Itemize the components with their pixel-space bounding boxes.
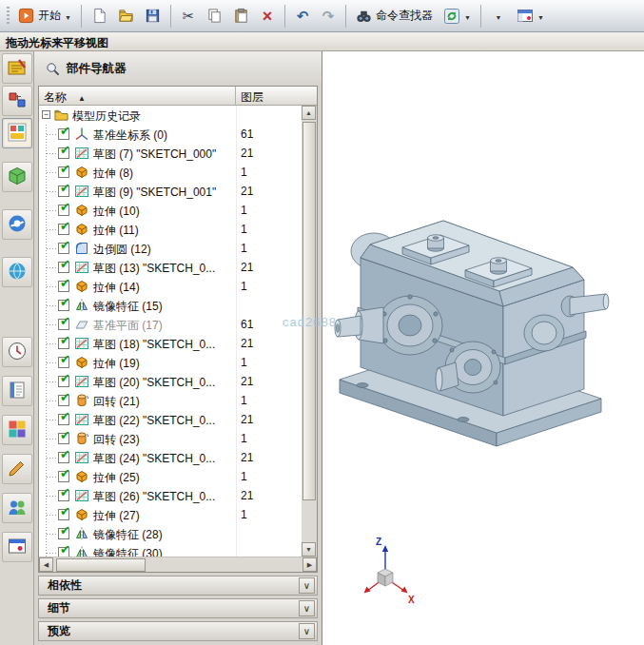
tree-item[interactable]: ✔镜像特征 (28): [39, 524, 302, 543]
toolbar-separator: [345, 5, 346, 28]
visibility-checkbox[interactable]: ✔: [58, 509, 69, 520]
visibility-checkbox[interactable]: ✔: [58, 128, 69, 140]
tree-item[interactable]: ✔草图 (24) "SKETCH_0...21: [39, 448, 302, 467]
tree-item[interactable]: ✔草图 (13) "SKETCH_0...21: [39, 258, 302, 277]
tree-item[interactable]: ✔草图 (26) "SKETCH_0...21: [39, 486, 302, 505]
tree-item[interactable]: ✔拉伸 (27)1: [39, 505, 302, 524]
column-header-name[interactable]: 名称▲: [39, 87, 236, 105]
web-browser-button[interactable]: [2, 257, 32, 287]
horizontal-scrollbar[interactable]: ◀ ▶: [39, 557, 317, 572]
viewport-3d[interactable]: Z X: [322, 51, 644, 645]
start-menu-button[interactable]: 开始: [13, 4, 76, 29]
assembly-navigator-button[interactable]: [2, 53, 32, 84]
visibility-checkbox[interactable]: ✔: [58, 528, 69, 539]
scroll-up-button[interactable]: ▲: [302, 106, 316, 120]
visibility-checkbox[interactable]: ✔: [58, 281, 69, 292]
internet-explorer-button[interactable]: [2, 209, 32, 240]
tree-item[interactable]: ✔镜像特征 (30): [39, 543, 302, 557]
scroll-left-button[interactable]: ◀: [39, 557, 53, 572]
tree-item[interactable]: ✔回转 (23)1: [39, 429, 302, 448]
system-scenes-button[interactable]: [2, 532, 32, 562]
visualization-brush-button[interactable]: [2, 454, 32, 484]
tree-item[interactable]: ✔拉伸 (14)1: [39, 277, 302, 296]
part-navigator-button[interactable]: [2, 118, 32, 148]
tree-item[interactable]: ✔拉伸 (11)1: [39, 220, 302, 239]
vertical-scroll-thumb[interactable]: [302, 122, 316, 500]
visibility-checkbox[interactable]: ✔: [58, 433, 69, 444]
visibility-checkbox[interactable]: ✔: [58, 414, 69, 425]
roles-button[interactable]: [2, 493, 32, 523]
tree-item[interactable]: ✔基准平面 (17)61: [39, 315, 302, 334]
visibility-checkbox[interactable]: ✔: [58, 224, 69, 235]
toolbar-options-button[interactable]: [486, 4, 511, 29]
system-materials-button[interactable]: [2, 376, 32, 406]
open-file-button[interactable]: [113, 4, 139, 29]
main-area: 部件导航器 名称▲ 图层 −模型历史记录✔基准坐标系 (0)61✔草图 (7) …: [0, 51, 644, 645]
column-header-layer[interactable]: 图层: [236, 87, 317, 105]
refresh-icon: [443, 8, 460, 25]
extrude-icon: [74, 469, 89, 484]
tree-item[interactable]: ✔基准坐标系 (0)61: [39, 125, 302, 144]
visibility-checkbox[interactable]: ✔: [58, 357, 69, 368]
tree-item[interactable]: ✔拉伸 (19)1: [39, 353, 302, 372]
new-file-button[interactable]: [87, 4, 112, 29]
tree-item[interactable]: ✔边倒圆 (12)1: [39, 239, 302, 258]
history-button[interactable]: [2, 337, 32, 367]
window-style-button[interactable]: [512, 4, 549, 29]
reuse-library-button[interactable]: [2, 162, 32, 192]
visibility-checkbox[interactable]: ✔: [58, 471, 69, 482]
tree-item[interactable]: ✔拉伸 (25)1: [39, 467, 302, 486]
tree-item[interactable]: ✔回转 (21)1: [39, 391, 302, 410]
toolbar-grip[interactable]: [7, 7, 10, 26]
window-style-icon: [517, 8, 534, 25]
horizontal-scroll-thumb[interactable]: [56, 558, 146, 572]
tree-item[interactable]: ✔草图 (22) "SKETCH_0...21: [39, 410, 302, 429]
visibility-checkbox[interactable]: ✔: [58, 205, 69, 216]
undo-button[interactable]: [290, 4, 315, 29]
visibility-checkbox[interactable]: ✔: [58, 262, 69, 273]
tree-item-root[interactable]: −模型历史记录: [39, 106, 302, 125]
tree-item[interactable]: ✔草图 (9) "SKETCH_001"21: [39, 182, 302, 201]
scroll-down-button[interactable]: ▼: [302, 542, 316, 557]
visibility-checkbox[interactable]: ✔: [58, 319, 69, 330]
visibility-checkbox[interactable]: ✔: [58, 186, 69, 197]
section-preview-bar[interactable]: 预览 ∨: [38, 621, 318, 641]
save-button[interactable]: [140, 4, 166, 29]
save-icon: [145, 8, 161, 24]
chevron-down-icon[interactable]: ∨: [299, 623, 315, 639]
command-finder-button[interactable]: 命令查找器: [351, 4, 438, 29]
expander-minus[interactable]: −: [42, 110, 50, 119]
tree-item[interactable]: ✔拉伸 (10)1: [39, 201, 302, 220]
section-details-bar[interactable]: 细节 ∨: [38, 598, 318, 618]
scroll-right-button[interactable]: ▶: [302, 557, 317, 572]
visibility-checkbox[interactable]: ✔: [58, 490, 69, 501]
visibility-checkbox[interactable]: ✔: [58, 547, 69, 557]
chevron-down-icon[interactable]: ∨: [299, 577, 315, 594]
copy-button[interactable]: [202, 4, 227, 29]
tree-item[interactable]: ✔拉伸 (8)1: [39, 163, 302, 182]
visibility-checkbox[interactable]: ✔: [58, 376, 69, 387]
visibility-checkbox[interactable]: ✔: [58, 338, 69, 349]
tree-item[interactable]: ✔草图 (18) "SKETCH_0...21: [39, 334, 302, 353]
redo-button[interactable]: [316, 4, 341, 29]
tree-item[interactable]: ✔镜像特征 (15): [39, 296, 302, 315]
delete-button[interactable]: [255, 4, 280, 29]
tree-item[interactable]: ✔草图 (20) "SKETCH_0...21: [39, 372, 302, 391]
constraint-navigator-button[interactable]: [2, 86, 32, 116]
visibility-checkbox[interactable]: ✔: [58, 147, 69, 159]
vertical-scrollbar[interactable]: ▲ ▼: [302, 106, 317, 557]
cut-button[interactable]: [176, 4, 201, 29]
visibility-checkbox[interactable]: ✔: [58, 300, 69, 311]
visibility-checkbox[interactable]: ✔: [58, 166, 69, 178]
tree-item[interactable]: ✔草图 (7) "SKETCH_000"21: [39, 144, 302, 163]
refresh-button[interactable]: [439, 4, 476, 29]
sketch-icon: [74, 184, 89, 199]
section-dependencies-bar[interactable]: 相依性 ∨: [38, 576, 318, 596]
process-studio-button[interactable]: [2, 415, 32, 445]
visibility-checkbox[interactable]: ✔: [58, 395, 69, 406]
visibility-checkbox[interactable]: ✔: [58, 452, 69, 463]
visibility-checkbox[interactable]: ✔: [58, 243, 69, 254]
paste-button[interactable]: [228, 4, 254, 29]
chevron-down-icon[interactable]: ∨: [299, 600, 315, 616]
web-browser-icon: [7, 261, 28, 284]
